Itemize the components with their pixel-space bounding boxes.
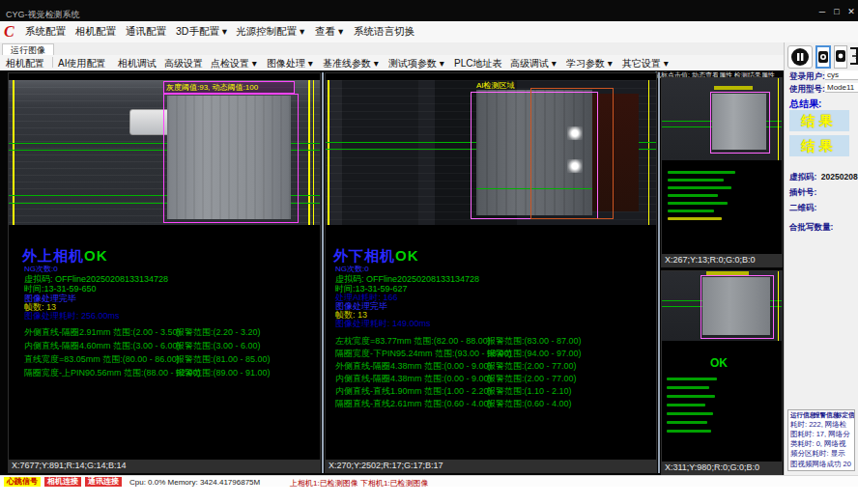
login-user-value[interactable]: cys [825, 70, 858, 80]
menu-comm-config[interactable]: 通讯配置 [126, 25, 166, 39]
alarm-range: 报警范围:(3.00 - 6.00) [176, 340, 261, 352]
measurement-value: 直线宽度=83.05mm 范围:(80.00 - 86.00) [24, 354, 180, 364]
tool-learn-params[interactable]: 学习参数 ▾ [566, 57, 613, 70]
measurement-row: 隔圈直线-直线2.61mm 范围:(0.60 - 4.00) 报警范围:(0.6… [335, 398, 654, 410]
tool-camera-debug[interactable]: 相机调试 [118, 57, 157, 70]
micro-text-line [667, 421, 707, 424]
measurement-value: 隔圈宽度-下PIN95.24mm 范围:(93.00 - 98.00) [335, 349, 512, 358]
middle-camera-panel: AI检测区域 外下相机OK NG次数:0 虚拟码: OFFline2025020… [325, 72, 657, 473]
alarm-range: 报警范围:(2.00 - 77.00) [487, 360, 577, 373]
measurement-value: 外侧直线-隔圈4.38mm 范围:(0.00 - 9.00) [335, 361, 492, 371]
menu-3d-hand-config[interactable]: 3D手配置 ▾ [176, 25, 227, 39]
measurement-value: 内侧直线-直线1.90mm 范围:(1.00 - 2.20) [335, 386, 492, 396]
tool-test-params[interactable]: 测试项参数 ▾ [388, 57, 444, 70]
log-tab-calib[interactable]: 标定信息 [836, 411, 855, 420]
toolbar-divider [52, 57, 53, 68]
tab-strip: 运行图像 [0, 42, 858, 56]
menu-camera-config[interactable]: 相机配置 [75, 25, 116, 39]
maximize-button[interactable]: □ [830, 6, 844, 17]
alarm-range: 报警范围:(2.00 - 77.00) [487, 373, 577, 385]
log-tab-run[interactable]: 运行信息 [790, 411, 815, 420]
alarm-range: 报警范围:(94.00 - 97.00) [487, 348, 582, 360]
close-button[interactable]: ✕ [844, 6, 858, 17]
tool-image-process[interactable]: 图像处理 ▾ [267, 57, 313, 70]
log-box[interactable]: 运行信息 报警信息 标定信息 耗时: 222, 网络检图耗时: 17, 网络分类… [787, 409, 855, 471]
small-result-ok: OK [710, 356, 728, 370]
small-bottom-image[interactable] [662, 271, 782, 341]
tool-plc-table[interactable]: PLC地址表 [454, 57, 501, 70]
toolbar: 相机配置 AI使用配置 相机调试 高级设置 点检设置 ▾ 图像处理 ▾ 基准线参… [0, 55, 858, 71]
measurement-row: 内侧直线-隔圈4.60mm 范围:(3.00 - 6.00) 报警范围:(3.0… [24, 340, 314, 352]
record-icon [835, 46, 846, 66]
tool-baseline-params[interactable]: 基准线参数 ▾ [323, 57, 379, 70]
field-label: 二维码: [789, 203, 816, 212]
splitter[interactable] [322, 72, 324, 473]
roi-rectangle [710, 92, 770, 154]
window-title: CYG-视觉检测系统 [6, 9, 80, 21]
menu-system-config[interactable]: 系统配置 [25, 25, 66, 39]
camera-status-text: 上相机1:已检测图像 下相机1:已检测图像 [290, 478, 429, 487]
measurement-value: 内侧直线-隔圈4.38mm 范围:(0.00 - 9.00) [335, 374, 492, 383]
pause-icon [788, 46, 812, 68]
small-view-bottom: OK X:311;Y:980;R:0;G:0;B:0 [661, 270, 783, 475]
middle-camera-image[interactable]: AI检测区域 [326, 80, 656, 225]
camera-name: 外下相机 [333, 247, 395, 264]
model-label: 使用型号: [789, 84, 825, 96]
minimize-button[interactable]: ─ [815, 6, 829, 17]
main-area: 鼠标点击值: 动态查看属性 检测结果属性 灰度阈值:93, 动态阈值:100 [0, 70, 858, 475]
micro-text-line [668, 171, 735, 174]
app-logo-icon: C [4, 23, 21, 41]
tool-other-settings[interactable]: 其它设置 ▾ [622, 57, 669, 70]
alarm-range: 报警范围:(83.00 - 87.00) [487, 335, 582, 348]
pause-button[interactable] [787, 45, 813, 69]
result-box-2: 结果 [789, 135, 849, 156]
measurement-row: 内侧直线-直线1.90mm 范围:(1.00 - 2.20) 报警范围:(1.1… [335, 385, 654, 398]
measurement-row: 隔圈宽度-下PIN95.24mm 范围:(93.00 - 98.00) 报警范围… [335, 348, 654, 360]
camera-name: 外上相机 [22, 247, 84, 264]
measurement-value: 外侧直线-隔圈2.91mm 范围:(2.00 - 3.50) [24, 327, 181, 337]
micro-text-line [668, 179, 724, 182]
camera-toggle-button[interactable] [815, 45, 831, 69]
measurement-value: 隔圈宽度-上PIN90.56mm 范围:(88.00 - 92.00) [24, 368, 201, 378]
left-camera-image[interactable]: 灰度阈值:93, 动态阈值:100 [9, 80, 320, 225]
app-window: CYG-视觉检测系统 ─ □ ✕ C 系统配置 相机配置 通讯配置 3D手配置 … [0, 0, 858, 487]
comm-link-badge: 通讯连接 [85, 477, 122, 487]
model-value[interactable]: Mode11 [825, 83, 858, 93]
camera-icon [817, 47, 829, 67]
record-button[interactable] [834, 45, 847, 69]
result-box-1: 结果 [789, 110, 849, 131]
tool-advanced-debug[interactable]: 高级调试 ▾ [510, 57, 557, 70]
field-batch-write-count: 合批写数量: [789, 216, 833, 234]
micro-text-line [667, 395, 715, 398]
alarm-range: 报警范围:(2.20 - 3.20) [176, 326, 261, 339]
middle-coordinate-bar: X:270;Y:2502;R:17;G:17;B:17 [326, 460, 656, 472]
field-value: 20250208 [821, 172, 858, 182]
small-top-image[interactable] [662, 78, 782, 160]
alarm-range: 报警范围:(89.00 - 91.00) [176, 367, 271, 379]
yellow-guide-line [778, 78, 779, 160]
tool-camera-config[interactable]: 相机配置 [6, 57, 44, 70]
yellow-guide-line [778, 271, 779, 341]
total-result-label: 总结果: [789, 98, 821, 111]
heartbeat-badge: 心跳信号 [4, 477, 41, 487]
tool-advanced-settings[interactable]: 高级设置 [164, 57, 203, 70]
menu-view[interactable]: 查看 ▾ [315, 25, 343, 39]
exit-button[interactable] [849, 45, 858, 69]
field-label: 合批写数量: [789, 222, 833, 232]
measurement-row: 隔圈宽度-上PIN90.56mm 范围:(88.00 - 92.00) 报警范围… [24, 367, 314, 379]
micro-text-line [668, 186, 731, 189]
splitter[interactable] [658, 72, 660, 473]
alarm-range: 报警范围:(81.00 - 85.00) [176, 353, 271, 366]
measurement-row: 直线宽度=83.05mm 范围:(80.00 - 86.00) 报警范围:(81… [24, 353, 314, 366]
alarm-range: 报警范围:(0.60 - 4.00) [487, 398, 572, 410]
alarm-range: 报警范围:(1.10 - 2.10) [487, 385, 572, 398]
menu-bar: C 系统配置 相机配置 通讯配置 3D手配置 ▾ 光源控制配置 ▾ 查看 ▾ 系… [0, 21, 858, 43]
small-bottom-coordinate-bar: X:311;Y:980;R:0;G:0;B:0 [662, 462, 782, 474]
menu-language-switch[interactable]: 系统语言切换 [354, 25, 415, 39]
title-bar: CYG-视觉检测系统 ─ □ ✕ [0, 0, 858, 21]
tool-spot-check[interactable]: 点检设置 ▾ [211, 57, 257, 70]
control-panel: 登录用户: cys 使用型号: Mode11 总结果: 结果 结果 虚拟码: 2… [784, 42, 858, 475]
tool-ai-use-config[interactable]: AI使用配置 [58, 57, 105, 70]
highlight-spot [567, 159, 583, 173]
menu-light-config[interactable]: 光源控制配置 ▾ [236, 25, 304, 39]
